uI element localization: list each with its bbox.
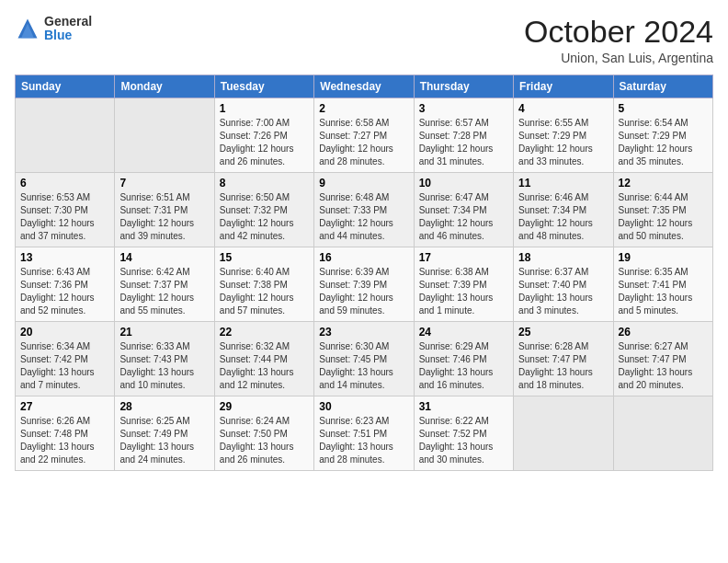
logo-icon bbox=[15, 16, 40, 41]
day-info: Sunrise: 6:54 AMSunset: 7:29 PMDaylight:… bbox=[619, 117, 708, 168]
day-header-monday: Monday bbox=[115, 75, 214, 98]
day-number: 5 bbox=[619, 102, 708, 115]
calendar-cell: 9Sunrise: 6:48 AMSunset: 7:33 PMDaylight… bbox=[314, 173, 414, 247]
week-row-2: 6Sunrise: 6:53 AMSunset: 7:30 PMDaylight… bbox=[16, 173, 713, 247]
day-info: Sunrise: 7:00 AMSunset: 7:26 PMDaylight:… bbox=[220, 117, 309, 168]
week-row-4: 20Sunrise: 6:34 AMSunset: 7:42 PMDayligh… bbox=[16, 322, 713, 396]
calendar-cell: 5Sunrise: 6:54 AMSunset: 7:29 PMDaylight… bbox=[613, 98, 712, 173]
day-info: Sunrise: 6:53 AMSunset: 7:30 PMDaylight:… bbox=[20, 191, 109, 243]
day-number: 12 bbox=[619, 177, 708, 190]
day-info: Sunrise: 6:50 AMSunset: 7:32 PMDaylight:… bbox=[220, 191, 309, 243]
calendar-cell bbox=[514, 396, 613, 471]
day-info: Sunrise: 6:55 AMSunset: 7:29 PMDaylight:… bbox=[518, 117, 608, 168]
calendar-cell: 16Sunrise: 6:39 AMSunset: 7:39 PMDayligh… bbox=[314, 247, 414, 322]
title-block: October 2024 Union, San Luis, Argentina bbox=[524, 15, 713, 65]
day-number: 27 bbox=[20, 400, 109, 413]
page-header: General Blue October 2024 Union, San Lui… bbox=[15, 15, 713, 65]
calendar-cell: 13Sunrise: 6:43 AMSunset: 7:36 PMDayligh… bbox=[16, 247, 115, 322]
day-header-wednesday: Wednesday bbox=[314, 75, 414, 98]
day-info: Sunrise: 6:40 AMSunset: 7:38 PMDaylight:… bbox=[220, 266, 309, 317]
day-number: 25 bbox=[518, 326, 608, 339]
day-number: 7 bbox=[119, 177, 209, 190]
day-number: 26 bbox=[619, 326, 708, 339]
day-info: Sunrise: 6:37 AMSunset: 7:40 PMDaylight:… bbox=[518, 266, 608, 317]
day-header-thursday: Thursday bbox=[414, 75, 513, 98]
day-number: 10 bbox=[419, 177, 508, 190]
day-number: 18 bbox=[518, 251, 608, 264]
day-number: 14 bbox=[119, 251, 209, 264]
day-info: Sunrise: 6:29 AMSunset: 7:46 PMDaylight:… bbox=[419, 340, 508, 392]
day-number: 31 bbox=[419, 400, 508, 413]
day-info: Sunrise: 6:33 AMSunset: 7:43 PMDaylight:… bbox=[119, 340, 209, 392]
calendar-cell: 7Sunrise: 6:51 AMSunset: 7:31 PMDaylight… bbox=[115, 173, 214, 247]
week-row-3: 13Sunrise: 6:43 AMSunset: 7:36 PMDayligh… bbox=[16, 247, 713, 322]
day-header-saturday: Saturday bbox=[613, 75, 712, 98]
header-row: SundayMondayTuesdayWednesdayThursdayFrid… bbox=[16, 75, 713, 98]
day-number: 4 bbox=[518, 102, 608, 115]
day-info: Sunrise: 6:34 AMSunset: 7:42 PMDaylight:… bbox=[20, 340, 109, 392]
day-info: Sunrise: 6:25 AMSunset: 7:49 PMDaylight:… bbox=[119, 415, 209, 466]
calendar-cell bbox=[16, 98, 115, 173]
day-info: Sunrise: 6:51 AMSunset: 7:31 PMDaylight:… bbox=[119, 191, 209, 243]
day-info: Sunrise: 6:23 AMSunset: 7:51 PMDaylight:… bbox=[319, 415, 408, 466]
calendar-cell: 30Sunrise: 6:23 AMSunset: 7:51 PMDayligh… bbox=[314, 396, 414, 471]
day-info: Sunrise: 6:58 AMSunset: 7:27 PMDaylight:… bbox=[319, 117, 408, 168]
calendar-cell: 4Sunrise: 6:55 AMSunset: 7:29 PMDaylight… bbox=[514, 98, 613, 173]
day-number: 22 bbox=[220, 326, 309, 339]
day-info: Sunrise: 6:44 AMSunset: 7:35 PMDaylight:… bbox=[619, 191, 708, 243]
day-number: 30 bbox=[319, 400, 408, 413]
week-row-5: 27Sunrise: 6:26 AMSunset: 7:48 PMDayligh… bbox=[16, 396, 713, 471]
calendar-table: SundayMondayTuesdayWednesdayThursdayFrid… bbox=[15, 75, 713, 471]
calendar-cell: 24Sunrise: 6:29 AMSunset: 7:46 PMDayligh… bbox=[414, 322, 513, 396]
calendar-cell: 18Sunrise: 6:37 AMSunset: 7:40 PMDayligh… bbox=[514, 247, 613, 322]
calendar-cell bbox=[613, 396, 712, 471]
day-info: Sunrise: 6:39 AMSunset: 7:39 PMDaylight:… bbox=[319, 266, 408, 317]
day-number: 11 bbox=[518, 177, 608, 190]
day-info: Sunrise: 6:30 AMSunset: 7:45 PMDaylight:… bbox=[319, 340, 408, 392]
day-info: Sunrise: 6:42 AMSunset: 7:37 PMDaylight:… bbox=[119, 266, 209, 317]
calendar-cell: 28Sunrise: 6:25 AMSunset: 7:49 PMDayligh… bbox=[115, 396, 214, 471]
calendar-cell: 20Sunrise: 6:34 AMSunset: 7:42 PMDayligh… bbox=[16, 322, 115, 396]
day-info: Sunrise: 6:43 AMSunset: 7:36 PMDaylight:… bbox=[20, 266, 109, 317]
day-number: 8 bbox=[220, 177, 309, 190]
calendar-cell: 1Sunrise: 7:00 AMSunset: 7:26 PMDaylight… bbox=[214, 98, 313, 173]
day-info: Sunrise: 6:47 AMSunset: 7:34 PMDaylight:… bbox=[419, 191, 508, 243]
day-number: 29 bbox=[220, 400, 309, 413]
calendar-cell: 10Sunrise: 6:47 AMSunset: 7:34 PMDayligh… bbox=[414, 173, 513, 247]
week-row-1: 1Sunrise: 7:00 AMSunset: 7:26 PMDaylight… bbox=[16, 98, 713, 173]
day-number: 16 bbox=[319, 251, 408, 264]
day-info: Sunrise: 6:48 AMSunset: 7:33 PMDaylight:… bbox=[319, 191, 408, 243]
day-info: Sunrise: 6:26 AMSunset: 7:48 PMDaylight:… bbox=[20, 415, 109, 466]
logo: General Blue bbox=[15, 15, 92, 43]
day-number: 1 bbox=[220, 102, 309, 115]
day-number: 21 bbox=[119, 326, 209, 339]
calendar-cell: 27Sunrise: 6:26 AMSunset: 7:48 PMDayligh… bbox=[16, 396, 115, 471]
day-number: 13 bbox=[20, 251, 109, 264]
calendar-cell bbox=[115, 98, 214, 173]
day-number: 17 bbox=[419, 251, 508, 264]
calendar-cell: 31Sunrise: 6:22 AMSunset: 7:52 PMDayligh… bbox=[414, 396, 513, 471]
day-info: Sunrise: 6:28 AMSunset: 7:47 PMDaylight:… bbox=[518, 340, 608, 392]
day-info: Sunrise: 6:38 AMSunset: 7:39 PMDaylight:… bbox=[419, 266, 508, 317]
day-info: Sunrise: 6:32 AMSunset: 7:44 PMDaylight:… bbox=[220, 340, 309, 392]
day-info: Sunrise: 6:57 AMSunset: 7:28 PMDaylight:… bbox=[419, 117, 508, 168]
day-number: 28 bbox=[119, 400, 209, 413]
day-number: 24 bbox=[419, 326, 508, 339]
day-number: 23 bbox=[319, 326, 408, 339]
calendar-cell: 6Sunrise: 6:53 AMSunset: 7:30 PMDaylight… bbox=[16, 173, 115, 247]
day-info: Sunrise: 6:22 AMSunset: 7:52 PMDaylight:… bbox=[419, 415, 508, 466]
day-info: Sunrise: 6:46 AMSunset: 7:34 PMDaylight:… bbox=[518, 191, 608, 243]
day-number: 2 bbox=[319, 102, 408, 115]
calendar-cell: 3Sunrise: 6:57 AMSunset: 7:28 PMDaylight… bbox=[414, 98, 513, 173]
logo-text: General Blue bbox=[44, 15, 92, 43]
calendar-cell: 25Sunrise: 6:28 AMSunset: 7:47 PMDayligh… bbox=[514, 322, 613, 396]
day-header-sunday: Sunday bbox=[16, 75, 115, 98]
calendar-cell: 29Sunrise: 6:24 AMSunset: 7:50 PMDayligh… bbox=[214, 396, 313, 471]
calendar-cell: 15Sunrise: 6:40 AMSunset: 7:38 PMDayligh… bbox=[214, 247, 313, 322]
day-number: 15 bbox=[220, 251, 309, 264]
calendar-cell: 26Sunrise: 6:27 AMSunset: 7:47 PMDayligh… bbox=[613, 322, 712, 396]
day-info: Sunrise: 6:27 AMSunset: 7:47 PMDaylight:… bbox=[619, 340, 708, 392]
day-number: 9 bbox=[319, 177, 408, 190]
day-number: 20 bbox=[20, 326, 109, 339]
day-number: 6 bbox=[20, 177, 109, 190]
